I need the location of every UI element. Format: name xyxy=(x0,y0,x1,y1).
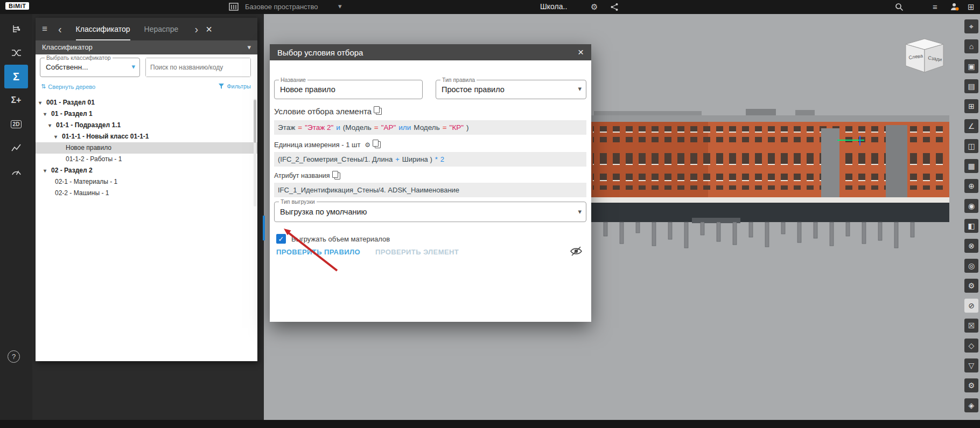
panel-resize-handle[interactable] xyxy=(263,216,265,240)
target-button[interactable]: ◎ xyxy=(964,259,978,273)
tree-item-label: 02 - Раздел 2 xyxy=(51,167,93,174)
unit-settings-gear-icon[interactable]: ⚙ xyxy=(365,141,370,149)
relations-tool-button[interactable] xyxy=(4,41,28,65)
organization-icon[interactable] xyxy=(229,3,239,13)
check-rule-button[interactable]: ПРОВЕРИТЬ ПРАВИЛО xyxy=(276,248,360,256)
condition-expression[interactable]: Этаж = "Этаж 2" и (Модель = "АР" или Мод… xyxy=(274,120,586,135)
user-account-icon[interactable] xyxy=(950,2,959,13)
tree-item[interactable]: ▾02 - Раздел 2 xyxy=(36,165,257,176)
add-view-button[interactable]: ⊕ xyxy=(964,179,978,193)
check-element-button[interactable]: ПРОВЕРИТЬ ЭЛЕМЕНТ xyxy=(375,248,459,256)
section-button[interactable]: ◧ xyxy=(964,219,978,233)
checkbox-check-icon: ✓ xyxy=(278,235,284,243)
tree-item[interactable]: ▾01 - Раздел 1 xyxy=(36,108,257,120)
measure-angle-button[interactable]: ∠ xyxy=(964,119,978,133)
rule-type-select[interactable]: Тип правила Простое правило ▾ xyxy=(436,80,586,99)
shield-tool-button[interactable]: ◈ xyxy=(964,398,978,412)
tree-item[interactable]: 02-1 - Материалы - 1 xyxy=(36,176,257,188)
project-settings-gear-icon[interactable]: ⚙ xyxy=(591,2,598,12)
list-menu-icon[interactable]: ≡ xyxy=(933,2,937,12)
charts-tool-button[interactable] xyxy=(4,136,28,160)
dashboard-tool-button[interactable] xyxy=(4,160,28,183)
tabs-scroll-right-icon[interactable]: › xyxy=(195,24,199,34)
panel-tab-bar: ≡ ‹ Классификатор Нераспре › × xyxy=(36,18,257,40)
tab-unallocated[interactable]: Нераспре xyxy=(144,18,191,40)
export-type-select[interactable]: Тип выгрузки Выгрузка по умолчанию ▾ xyxy=(274,202,586,222)
classifier-tool-button[interactable] xyxy=(4,17,28,41)
panel-scrollbar[interactable] xyxy=(254,99,256,206)
collapse-tree-button[interactable]: ⇅ Свернуть дерево xyxy=(41,83,95,90)
home-view-button[interactable]: ⌂ xyxy=(964,39,978,53)
isolate-button[interactable]: ▣ xyxy=(964,59,978,73)
apps-grid-icon[interactable]: ⊞ xyxy=(968,2,975,12)
tree-item-label: 02-2 - Машины - 1 xyxy=(55,189,109,197)
isolate-icon: ▣ xyxy=(968,62,975,71)
accordion-caret-icon: ▾ xyxy=(247,40,251,54)
tree-item[interactable]: 02-2 - Машины - 1 xyxy=(36,188,257,199)
workspace-caret-icon[interactable]: ▾ xyxy=(338,2,342,10)
view-settings-button[interactable]: ⚙ xyxy=(964,279,978,293)
quantification-tool-button[interactable]: Σ xyxy=(4,65,28,88)
tree-item[interactable]: 01-1-2 - Работы - 1 xyxy=(36,154,257,165)
help-button[interactable]: ? xyxy=(8,350,20,363)
expr-token: Модель xyxy=(414,123,439,132)
copy-attribute-icon[interactable] xyxy=(334,172,340,180)
orbit-button[interactable]: ◉ xyxy=(964,199,978,213)
elevations-button[interactable]: ◫ xyxy=(964,139,978,153)
expand-caret-icon[interactable]: ▾ xyxy=(39,97,46,108)
project-name[interactable]: Школа.. xyxy=(540,2,567,11)
tree-search-box[interactable] xyxy=(145,58,251,77)
panel-close-icon[interactable]: × xyxy=(206,23,212,36)
section-cut-button[interactable]: ⊗ xyxy=(964,239,978,253)
clear-selection-button[interactable]: ☒ xyxy=(964,319,978,333)
expr-token: "Этаж 2" xyxy=(305,123,333,132)
search-icon[interactable] xyxy=(895,3,904,13)
hide-elements-button[interactable]: ⊘ xyxy=(964,299,978,313)
workspace-selector[interactable]: Базовое пространство xyxy=(245,3,318,11)
focus-tool-button[interactable]: ⌖ xyxy=(964,19,978,33)
rule-name-input[interactable] xyxy=(275,80,418,99)
tree-item[interactable]: ▾01-1-1 - Новый класс 01-1-1 xyxy=(36,131,257,142)
tools-settings-button[interactable]: ⚙ xyxy=(964,378,978,392)
rule-type-label: Тип правила xyxy=(440,77,477,83)
quantification-add-tool-button[interactable]: Σ+ xyxy=(4,88,28,112)
hide-element-icon[interactable] xyxy=(570,246,583,259)
classifier-tree: ▾001 - Раздел 01 ▾01 - Раздел 1 ▾01-1 - … xyxy=(36,97,257,199)
attribute-value-bar[interactable]: IFC_1_Идентификация_Стены/4. ADSK_Наимен… xyxy=(274,183,586,197)
expand-caret-icon[interactable]: ▾ xyxy=(48,120,56,131)
app-logo: BiMiT xyxy=(5,2,29,10)
scrollbar-thumb[interactable] xyxy=(254,100,256,143)
copy-unit-icon[interactable] xyxy=(375,141,381,148)
tree-search-input[interactable] xyxy=(146,58,250,77)
condition-label: Условие отбора элемента xyxy=(274,107,372,116)
filters-button[interactable]: Фильтры xyxy=(218,83,251,89)
view-2d-tool-button[interactable]: 2D xyxy=(4,112,28,136)
classifier-accordion-header[interactable]: Классификатор ▾ xyxy=(36,40,257,54)
dialog-body: Название Тип правила Простое правило ▾ У… xyxy=(270,60,591,322)
expr-token: + xyxy=(395,155,400,163)
table-view-button[interactable]: ▦ xyxy=(964,159,978,173)
tree-item-selected[interactable]: Новое правило xyxy=(36,142,257,154)
grid-button[interactable]: ⊞ xyxy=(964,99,978,113)
classifier-select[interactable]: Выбрать классификатор Собственн... ▾ xyxy=(40,58,140,77)
expand-caret-icon[interactable]: ▾ xyxy=(54,131,62,142)
expand-caret-icon[interactable]: ▾ xyxy=(44,108,51,120)
copy-condition-icon[interactable] xyxy=(376,108,382,115)
tree-item[interactable]: ▾001 - Раздел 01 xyxy=(36,97,257,108)
dialog-title-bar[interactable]: Выбор условия отбора × xyxy=(270,44,591,60)
layers-button[interactable]: ▤ xyxy=(964,79,978,93)
unit-expression[interactable]: (IFC_2_Геометрия_Стены/1. Длина + Ширина… xyxy=(274,152,586,167)
tree-item[interactable]: ▾01-1 - Подраздел 1.1 xyxy=(36,120,257,131)
tabs-scroll-left-icon[interactable]: ‹ xyxy=(58,24,62,34)
rule-name-field[interactable]: Название xyxy=(274,80,423,99)
tab-classifier[interactable]: Классификатор xyxy=(76,18,130,40)
navigation-cube[interactable]: Слева Сзади xyxy=(895,34,949,78)
expand-caret-icon[interactable]: ▾ xyxy=(44,165,51,176)
share-icon[interactable] xyxy=(610,3,619,13)
export-materials-checkbox[interactable]: ✓ xyxy=(276,234,286,244)
dialog-close-icon[interactable]: × xyxy=(578,46,584,58)
filter-view-button[interactable]: ▽ xyxy=(964,358,978,372)
section-cut-icon: ⊗ xyxy=(968,241,975,250)
panel-menu-icon[interactable]: ≡ xyxy=(42,24,47,34)
ghost-mode-button[interactable]: ◇ xyxy=(964,339,978,353)
